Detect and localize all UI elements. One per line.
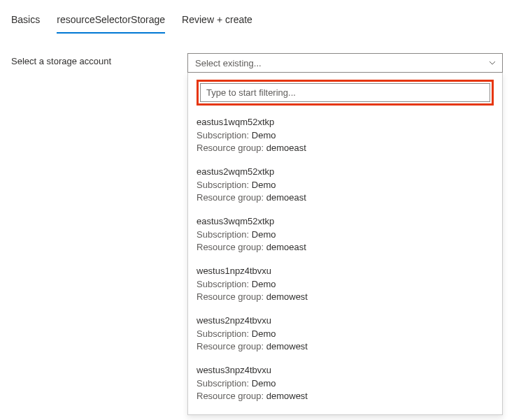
storage-option[interactable]: eastus2wqm52xtkpSubscription: DemoResour…: [197, 162, 494, 212]
option-resource-group: Resource group: demowest: [197, 391, 494, 401]
option-name: eastus1wqm52xtkp: [197, 117, 494, 127]
option-resource-group: Resource group: demoeast: [197, 192, 494, 203]
option-name: eastus3wqm52xtkp: [197, 216, 494, 226]
select-placeholder-text: Select existing...: [195, 58, 262, 68]
option-resource-group: Resource group: demowest: [197, 291, 494, 302]
dropdown-panel: eastus1wqm52xtkpSubscription: DemoResour…: [187, 73, 503, 415]
storage-account-row: Select a storage account Select existing…: [11, 53, 503, 415]
filter-highlight: [197, 80, 494, 106]
option-subscription: Subscription: Demo: [197, 130, 494, 140]
storage-option[interactable]: westus2npz4tbvxuSubscription: DemoResour…: [197, 311, 494, 361]
tab-basics[interactable]: Basics: [11, 8, 40, 34]
filter-input[interactable]: [200, 83, 490, 102]
tab-review-create[interactable]: Review + create: [182, 8, 252, 34]
option-resource-group: Resource group: demowest: [197, 341, 494, 352]
storage-account-label: Select a storage account: [11, 53, 187, 66]
tab-resource-selector-storage[interactable]: resourceSelectorStorage: [57, 8, 165, 34]
option-subscription: Subscription: Demo: [197, 279, 494, 289]
option-name: eastus2wqm52xtkp: [197, 166, 494, 177]
option-subscription: Subscription: Demo: [197, 378, 494, 389]
chevron-down-icon: [488, 59, 497, 67]
storage-account-control: Select existing... eastus1wqm52xtkpSubsc…: [187, 53, 503, 415]
options-list: eastus1wqm52xtkpSubscription: DemoResour…: [197, 113, 494, 410]
option-resource-group: Resource group: demoeast: [197, 143, 494, 153]
storage-account-select[interactable]: Select existing...: [187, 53, 503, 73]
storage-option[interactable]: westus3npz4tbvxuSubscription: DemoResour…: [197, 361, 494, 410]
storage-option[interactable]: westus1npz4tbvxuSubscription: DemoResour…: [197, 261, 494, 311]
storage-option[interactable]: eastus1wqm52xtkpSubscription: DemoResour…: [197, 113, 494, 162]
option-resource-group: Resource group: demoeast: [197, 242, 494, 252]
option-name: westus1npz4tbvxu: [197, 266, 494, 276]
option-subscription: Subscription: Demo: [197, 229, 494, 240]
option-name: westus3npz4tbvxu: [197, 365, 494, 375]
option-subscription: Subscription: Demo: [197, 328, 494, 339]
storage-option[interactable]: eastus3wqm52xtkpSubscription: DemoResour…: [197, 212, 494, 261]
option-name: westus2npz4tbvxu: [197, 315, 494, 326]
tabs-row: Basics resourceSelectorStorage Review + …: [11, 8, 503, 34]
option-subscription: Subscription: Demo: [197, 180, 494, 190]
